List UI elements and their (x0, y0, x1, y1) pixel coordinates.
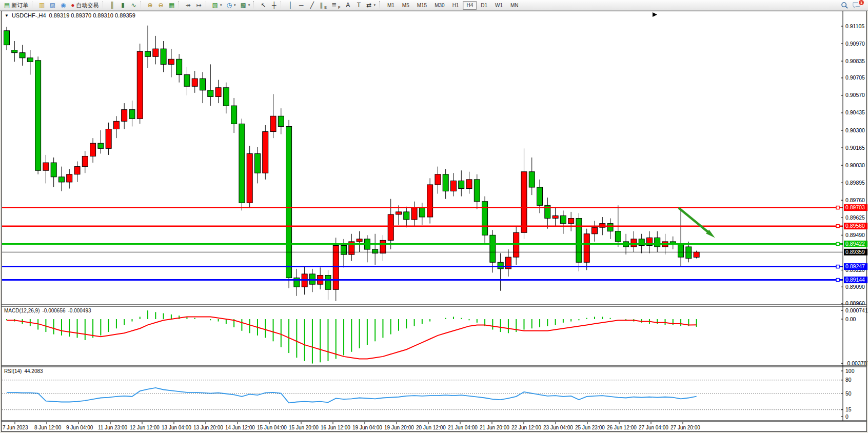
svg-text:0.89359: 0.89359 (845, 249, 865, 255)
svg-text:0.89144: 0.89144 (845, 277, 865, 283)
candle-up (270, 116, 276, 131)
candle-down (184, 75, 190, 87)
zoom-in-button[interactable]: ⊕ (145, 1, 155, 10)
timeframe-button-m5[interactable]: M5 (399, 1, 413, 10)
price-tick-label: 0.88960 (845, 300, 865, 306)
price-label-0.89144: 0.89144 (844, 277, 867, 283)
timeframe-button-w1[interactable]: W1 (491, 1, 506, 10)
crosshair-button[interactable]: ┼ (269, 1, 279, 10)
trendline-button[interactable]: ╱ (307, 1, 317, 10)
arrows-button[interactable]: ⇄▾ (364, 1, 378, 10)
hline-end-marker[interactable] (836, 242, 839, 245)
toolbar-separator (253, 1, 256, 9)
horizontal-line-button[interactable]: ─ (296, 1, 306, 10)
new-order-button-label: 新订单 (11, 2, 28, 9)
text-label-icon: T (357, 2, 361, 8)
channel-icon-sub: E (324, 6, 327, 9)
candle-down (655, 238, 660, 247)
autotrading-button[interactable]: ●自动交易 (69, 1, 101, 10)
rsi-axis-label: 0 (845, 414, 849, 420)
price-tick-label: 0.90300 (845, 127, 865, 133)
bar-chart-icon: ║ (110, 2, 114, 8)
templates-button[interactable]: ▩▾ (238, 1, 252, 10)
rsi-name: RSI(14) (4, 368, 22, 374)
notification-badge: 1 (858, 0, 864, 6)
chart-window (2, 11, 866, 432)
bar-chart-button[interactable]: ║ (107, 1, 117, 10)
candle-down (372, 249, 378, 253)
chevron-down-icon[interactable]: ▾ (373, 3, 376, 7)
rsi-label: RSI(14) 44.2083 (4, 368, 43, 374)
price-label-0.89560: 0.89560 (844, 223, 867, 229)
zoom-in-icon: ⊕ (148, 2, 153, 8)
periods-button[interactable]: ◷▾ (224, 1, 238, 10)
rsi-value: 44.2083 (24, 368, 43, 374)
chart-shift-button[interactable]: ↦ (194, 1, 204, 10)
timeframe-button-mn[interactable]: MN (507, 1, 522, 10)
notifications-button[interactable]: 1 (853, 2, 861, 9)
hline-end-marker[interactable] (836, 225, 839, 228)
auto-scroll-button[interactable]: ↠ (183, 1, 193, 10)
tile-windows-button[interactable]: ▦ (167, 1, 177, 10)
text-button[interactable]: A (343, 1, 353, 10)
candle-down (129, 110, 135, 119)
search-icon[interactable] (841, 2, 849, 9)
hline-end-marker[interactable] (836, 206, 839, 209)
crosshair-icon: ┼ (272, 2, 277, 8)
time-tick-label: 7 Jun 2023 (3, 425, 28, 430)
candle-up (247, 153, 252, 203)
rsi-axis-label: 50 (845, 390, 852, 397)
timeframe-button-h4[interactable]: H4 (463, 1, 477, 10)
chart-canvas[interactable]: 0.911050.909700.908350.907050.905700.904… (0, 11, 868, 433)
market-watch-button[interactable]: ▥ (36, 1, 47, 10)
line-chart-button[interactable]: ∿ (129, 1, 139, 10)
timeframe-button-m30[interactable]: M30 (431, 1, 448, 10)
candle-up (113, 121, 119, 129)
macd-name: MACD(12,26,9) (4, 308, 40, 313)
zoom-out-button[interactable]: ⊖ (156, 1, 166, 10)
candle-down (231, 106, 237, 124)
timeframe-button-m1[interactable]: M1 (384, 1, 398, 10)
chevron-down-icon[interactable]: ▾ (234, 3, 236, 7)
hline-end-marker[interactable] (836, 265, 839, 268)
data-window-button[interactable]: ▨ (47, 1, 57, 10)
time-tick-label: 19 Jun 20:00 (384, 425, 414, 430)
time-tick-label: 20 Jun 12:00 (416, 425, 446, 430)
toolbar-separator (281, 1, 283, 9)
candle-up (153, 49, 159, 56)
chart-dropdown-icon[interactable]: ▼ (5, 13, 9, 18)
candle-up (67, 174, 72, 182)
candle-down (560, 215, 566, 223)
vertical-line-button[interactable]: │ (285, 1, 295, 10)
equidistant-channel-button[interactable]: ∥E (318, 1, 329, 10)
candle-down (4, 31, 10, 45)
toolbar-separator (206, 1, 208, 9)
time-tick-label: 27 Jun 04:00 (639, 425, 668, 430)
timeframe-button-m15[interactable]: M15 (413, 1, 430, 10)
price-tick-label: 0.90570 (845, 92, 865, 98)
candlestick-chart-button[interactable]: ▮ (118, 1, 128, 10)
new-order-icon: ▤ (4, 2, 10, 8)
fibonacci-button[interactable]: ≣F (329, 1, 342, 10)
candle-up (82, 156, 88, 166)
candle-up (466, 180, 472, 189)
candle-up (600, 224, 605, 228)
time-tick-label: 25 Jun 23:00 (575, 425, 605, 430)
cursor-button[interactable]: ↖ (258, 1, 268, 10)
new-order-button[interactable]: ▤新订单 (2, 1, 30, 10)
chevron-down-icon[interactable]: ▾ (220, 3, 222, 7)
navigator-button[interactable]: ◉ (58, 1, 68, 10)
candle-up (388, 214, 393, 240)
text-label-button[interactable]: T (353, 1, 364, 10)
chevron-down-icon[interactable]: ▾ (248, 3, 250, 7)
timeframe-button-d1[interactable]: D1 (477, 1, 491, 10)
candle-up (521, 172, 527, 233)
new-chart-button[interactable]: ▧▾ (210, 1, 224, 10)
time-tick-label: 9 Jun 04:00 (66, 425, 93, 430)
timeframe-button-h1[interactable]: H1 (449, 1, 463, 10)
hline-end-marker[interactable] (836, 279, 839, 282)
candle-up (396, 212, 402, 214)
data-window-icon: ▨ (50, 2, 55, 8)
current-price-label: 0.89359 (844, 249, 867, 255)
price-tick-label: 0.89490 (845, 232, 865, 238)
